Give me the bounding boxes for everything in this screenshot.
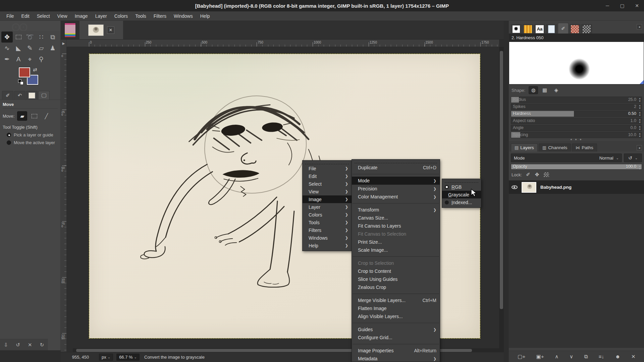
context-menu-item-edit[interactable]: Edit❯ xyxy=(303,172,352,180)
spinner-icons[interactable]: ▲▼ xyxy=(639,97,641,103)
menubar-layer[interactable]: Layer xyxy=(92,12,111,20)
context-menu-item-help[interactable]: Help❯ xyxy=(303,242,352,249)
image-menu-item-image-properties[interactable]: Image PropertiesAlt+Return xyxy=(352,347,440,355)
free-select-tool[interactable]: ➰ xyxy=(24,32,36,43)
image-menu-item-guides[interactable]: Guides❯ xyxy=(352,325,440,334)
lock-alpha-icon[interactable] xyxy=(544,172,549,177)
restore-preset-icon[interactable]: ↺ xyxy=(16,342,20,348)
square-shape-button[interactable]: ▦ xyxy=(540,86,549,94)
tear-off-line[interactable] xyxy=(355,160,437,163)
lock-position-icon[interactable]: ✥ xyxy=(535,172,539,178)
context-menu-item-windows[interactable]: Windows❯ xyxy=(303,234,352,242)
new-group-icon[interactable]: ▣+ xyxy=(536,354,544,360)
image-thumbnail-tab[interactable] xyxy=(26,91,38,100)
image-menu-item-flatten-image[interactable]: Flatten Image xyxy=(352,304,440,312)
slider-spikes[interactable]: Spikes2▲▼ xyxy=(511,104,642,110)
slider-hardness[interactable]: Hardness0.50▲▼ xyxy=(511,111,642,117)
move-path-mode[interactable]: ╱ xyxy=(41,111,51,121)
fonts-tab[interactable]: Aa xyxy=(534,24,545,34)
spinner-icons[interactable]: ▲▼ xyxy=(639,104,641,110)
maximize-button[interactable]: ▢ xyxy=(619,3,626,8)
clone-tool[interactable]: ♟ xyxy=(47,43,58,54)
visibility-eye-icon[interactable] xyxy=(512,185,518,189)
move-layer-mode[interactable]: ▰ xyxy=(17,111,27,121)
menubar-windows[interactable]: Windows xyxy=(170,12,197,20)
mode-menu-item-indexed[interactable]: Indexed... xyxy=(442,198,481,206)
image-menu-item-color-management[interactable]: Color Management❯ xyxy=(352,193,440,201)
context-menu-item-view[interactable]: View❯ xyxy=(303,188,352,195)
unit-dropdown[interactable]: px⌄ xyxy=(99,354,113,361)
save-preset-icon[interactable]: ⇩ xyxy=(4,342,8,348)
opacity-slider[interactable]: Opacity 100.0 ▲▼ xyxy=(511,164,642,170)
lock-pixels-icon[interactable]: ✐ xyxy=(526,172,530,178)
paintbrush-tool[interactable]: ✎ xyxy=(24,43,36,54)
raise-layer-icon[interactable]: ∧ xyxy=(555,354,558,360)
close-button[interactable]: ✕ xyxy=(633,3,641,8)
tool-option-radio-1[interactable]: Move the active layer xyxy=(7,140,58,145)
image-menu-item-precision[interactable]: Precision❯ xyxy=(352,185,440,193)
menubar-colors[interactable]: Colors xyxy=(111,12,131,20)
tab-paths[interactable]: ⋈Paths xyxy=(572,143,597,152)
spinner-icons[interactable]: ▲▼ xyxy=(639,165,641,170)
image-menu-item-configure-grid[interactable]: Configure Grid... xyxy=(352,334,440,342)
duplicate-layer-icon[interactable]: ⧉ xyxy=(584,354,588,360)
image-menu-item-duplicate[interactable]: DuplicateCtrl+D xyxy=(352,164,440,172)
image-menu-item-mode[interactable]: Mode❯ xyxy=(352,177,440,185)
slider-spacing[interactable]: Spacing10.0▲▼ xyxy=(511,132,642,138)
image-tab-babyhead[interactable]: ✕ xyxy=(79,21,123,39)
vertical-scrollbar[interactable] xyxy=(499,47,504,357)
spinner-icons[interactable]: ▲▼ xyxy=(639,118,641,124)
image-menu-item-crop-to-selection[interactable]: Crop to Selection xyxy=(352,259,440,267)
layer-mode-reset-button[interactable]: ↺⌄ xyxy=(624,154,642,162)
vscroll-thumb[interactable] xyxy=(500,51,503,309)
image-menu-item-merge-visible-layers[interactable]: Merge Visible Layers...Ctrl+M xyxy=(352,296,440,304)
slider-angle[interactable]: Angle0.0▲▼ xyxy=(511,125,642,131)
ink-tool[interactable]: ✒ xyxy=(1,54,13,65)
minimize-button[interactable]: ─ xyxy=(604,3,611,8)
anchor-layer-icon[interactable]: ☻ xyxy=(615,354,621,359)
tab-layers[interactable]: ▤Layers xyxy=(511,143,538,152)
zoom-dropdown[interactable]: 66.7 %⌄ xyxy=(116,354,140,361)
warp-transform-tool[interactable]: ∿ xyxy=(1,43,13,54)
move-selection-mode[interactable] xyxy=(29,111,39,121)
close-tab-icon[interactable]: ✕ xyxy=(107,26,114,34)
layer-mode-dropdown[interactable]: Mode Normal ⌄ xyxy=(511,154,622,162)
spinner-icons[interactable]: ▲▼ xyxy=(639,125,641,131)
horizontal-ruler[interactable]: 02505007501000125015001750 xyxy=(67,40,499,47)
patterns-tab[interactable] xyxy=(523,24,533,34)
ruler-corner-button[interactable]: ▶ xyxy=(61,40,67,47)
palettes-tab[interactable] xyxy=(581,24,592,34)
tear-off-line[interactable] xyxy=(445,180,478,183)
spinner-icons[interactable]: ▲▼ xyxy=(639,111,641,117)
slider-radius[interactable]: Radius25.0▲▼ xyxy=(511,97,642,103)
menubar-file[interactable]: File xyxy=(3,12,18,20)
crop-tool[interactable]: ⧉ xyxy=(47,32,58,43)
spinner-icons[interactable]: ▲▼ xyxy=(639,132,641,138)
new-layer-icon[interactable]: ▢+ xyxy=(518,354,525,360)
context-menu-item-select[interactable]: Select❯ xyxy=(303,180,352,188)
context-menu-item-file[interactable]: File❯ xyxy=(303,165,352,172)
tool-options-tab[interactable]: ✐ xyxy=(2,91,13,100)
tab-channels[interactable]: ▥Channels xyxy=(539,143,571,152)
fuzzy-select-tool[interactable]: ∷ xyxy=(36,32,47,43)
collapse-dock-icon[interactable]: ◂ xyxy=(637,145,642,150)
default-colors-icon[interactable] xyxy=(18,79,23,85)
menubar-tools[interactable]: Tools xyxy=(131,12,150,20)
image-tab-teen-magazine[interactable] xyxy=(61,21,79,39)
diamond-shape-button[interactable]: ◈ xyxy=(551,86,561,94)
menubar-select[interactable]: Select xyxy=(33,12,54,20)
delete-preset-icon[interactable]: ✕ xyxy=(28,342,32,348)
device-status-tab[interactable]: 🖵 xyxy=(38,91,50,100)
context-menu-item-image[interactable]: Image❯ xyxy=(303,195,352,203)
zoom-tool[interactable]: ⚲ xyxy=(36,54,47,65)
context-menu-item-filters[interactable]: Filters❯ xyxy=(303,226,352,234)
tear-off-line[interactable] xyxy=(305,161,349,164)
collapse-dock-icon[interactable]: ◂ xyxy=(637,24,642,29)
image-menu-item-metadata[interactable]: Metadata❯ xyxy=(352,355,440,362)
menubar-help[interactable]: Help xyxy=(197,12,214,20)
image-menu-item-scale-image[interactable]: Scale Image... xyxy=(352,246,440,254)
layer-row[interactable]: Babyhead.png xyxy=(509,181,644,194)
image-menu-item-zealous-crop[interactable]: Zealous Crop xyxy=(352,283,440,291)
image-menu-item-align-visible-layers[interactable]: Align Visible Layers... xyxy=(352,312,440,320)
panel-resize-grip[interactable]: ● ● ● xyxy=(509,138,644,141)
